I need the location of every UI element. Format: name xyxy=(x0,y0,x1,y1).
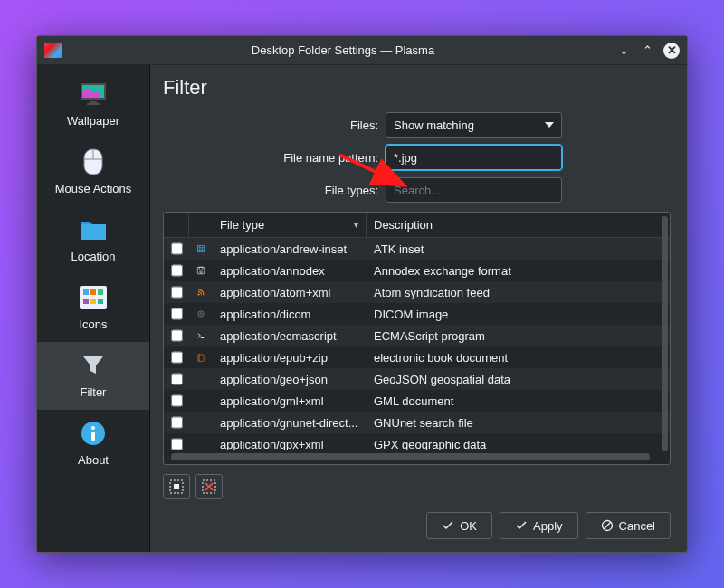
files-label: Files: xyxy=(350,119,378,132)
table-row[interactable]: application/gpx+xmlGPX geographic data xyxy=(164,433,670,450)
page-title: Filter xyxy=(163,76,671,100)
mime-type: application/atom+xml xyxy=(213,286,367,299)
chevron-down-icon: ▾ xyxy=(354,220,358,230)
svg-point-14 xyxy=(91,426,95,430)
minimize-button[interactable]: ⌄ xyxy=(616,43,631,58)
mime-icon xyxy=(189,242,213,256)
mime-type: application/geo+json xyxy=(213,373,367,386)
mime-icon xyxy=(189,263,213,278)
row-checkbox[interactable] xyxy=(171,394,183,407)
table-header: File type ▾ Description xyxy=(164,213,670,238)
svg-rect-6 xyxy=(80,286,107,309)
svg-rect-11 xyxy=(90,299,96,304)
svg-rect-7 xyxy=(83,289,89,295)
table-row[interactable]: application/ecmascriptECMAScript program xyxy=(164,325,670,346)
sidebar: Wallpaper Mouse Actions Location Icons xyxy=(37,65,150,552)
svg-point-26 xyxy=(200,313,203,316)
mime-type: application/gml+xml xyxy=(213,394,367,408)
mime-type: application/andrew-inset xyxy=(213,242,367,256)
ok-button[interactable]: OK xyxy=(426,512,492,539)
table-row[interactable]: application/epub+zipelectronic book docu… xyxy=(164,346,670,368)
table-row[interactable]: application/geo+jsonGeoJSON geospatial d… xyxy=(164,368,670,390)
mime-description: GML document xyxy=(367,394,670,408)
mime-type: application/epub+zip xyxy=(213,351,367,365)
svg-point-24 xyxy=(197,293,199,295)
table-row[interactable]: application/annodexAnnodex exchange form… xyxy=(164,260,670,281)
types-label: File types: xyxy=(325,184,378,197)
sidebar-item-label: About xyxy=(78,453,109,467)
row-checkbox[interactable] xyxy=(171,416,183,429)
cancel-icon xyxy=(601,519,614,532)
folder-icon xyxy=(79,215,108,244)
svg-point-23 xyxy=(200,271,203,274)
col-filetype[interactable]: File type ▾ xyxy=(213,213,367,237)
mime-description: ECMAScript program xyxy=(367,329,670,343)
horizontal-scrollbar[interactable] xyxy=(171,453,650,460)
filetypes-table: File type ▾ Description application/andr… xyxy=(163,212,671,465)
cancel-button[interactable]: Cancel xyxy=(586,512,671,539)
titlebar: Desktop Folder Settings — Plasma ⌄ ⌃ ✕ xyxy=(37,36,687,65)
select-none-icon xyxy=(202,479,216,494)
table-row[interactable]: application/dicomDICOM image xyxy=(164,303,670,325)
mime-description: Atom syndication feed xyxy=(367,286,670,299)
svg-rect-30 xyxy=(174,484,179,489)
svg-rect-8 xyxy=(90,289,96,295)
svg-rect-21 xyxy=(197,267,205,274)
mime-description: GNUnet search file xyxy=(367,416,670,430)
mime-description: GeoJSON geospatial data xyxy=(367,373,670,386)
select-all-button[interactable] xyxy=(163,474,190,499)
svg-rect-12 xyxy=(98,299,103,304)
row-checkbox[interactable] xyxy=(171,286,183,299)
sidebar-item-label: Wallpaper xyxy=(67,114,119,128)
sidebar-item-wallpaper[interactable]: Wallpaper xyxy=(37,71,149,138)
row-checkbox[interactable] xyxy=(171,351,183,364)
row-checkbox[interactable] xyxy=(171,438,183,450)
mime-icon xyxy=(189,285,213,299)
mime-description: electronic book document xyxy=(367,351,670,365)
row-checkbox[interactable] xyxy=(171,329,183,342)
mime-type: application/dicom xyxy=(213,308,367,321)
funnel-icon xyxy=(79,351,108,380)
mime-type: application/gnunet-direct... xyxy=(213,416,367,430)
types-search-input[interactable] xyxy=(386,177,562,203)
row-checkbox[interactable] xyxy=(171,242,183,255)
table-row[interactable]: application/gnunet-direct...GNUnet searc… xyxy=(164,412,670,433)
apply-button[interactable]: Apply xyxy=(500,512,578,539)
maximize-button[interactable]: ⌃ xyxy=(640,43,654,58)
mime-type: application/annodex xyxy=(213,264,367,278)
table-row[interactable]: application/atom+xmlAtom syndication fee… xyxy=(164,281,670,303)
mime-icon xyxy=(189,350,213,365)
sidebar-item-mouse-actions[interactable]: Mouse Actions xyxy=(37,138,149,206)
select-none-button[interactable] xyxy=(195,474,223,499)
row-checkbox[interactable] xyxy=(171,264,183,277)
table-row[interactable]: application/gml+xmlGML document xyxy=(164,390,670,412)
col-description[interactable]: Description xyxy=(367,213,670,237)
files-select[interactable]: Show matching xyxy=(386,112,562,138)
vertical-scrollbar[interactable] xyxy=(662,216,668,451)
mouse-icon xyxy=(79,147,108,176)
check-icon xyxy=(442,519,454,532)
mime-description: GPX geographic data xyxy=(367,438,670,450)
mime-icon xyxy=(189,307,213,321)
pattern-input[interactable] xyxy=(386,145,562,170)
sidebar-item-about[interactable]: About xyxy=(37,410,149,478)
sidebar-item-filter[interactable]: Filter xyxy=(37,342,149,410)
info-icon xyxy=(79,419,108,448)
sidebar-item-icons[interactable]: Icons xyxy=(37,274,149,342)
row-checkbox[interactable] xyxy=(171,373,183,385)
svg-rect-10 xyxy=(83,299,89,304)
svg-rect-15 xyxy=(91,432,95,441)
row-checkbox[interactable] xyxy=(171,308,183,320)
mime-type: application/gpx+xml xyxy=(213,438,367,450)
sidebar-item-label: Icons xyxy=(79,318,107,331)
svg-rect-2 xyxy=(90,101,97,103)
svg-rect-22 xyxy=(199,267,203,270)
monitor-icon xyxy=(79,80,108,109)
svg-point-25 xyxy=(198,311,204,317)
close-button[interactable]: ✕ xyxy=(663,43,680,59)
app-icon xyxy=(44,43,62,58)
sidebar-item-location[interactable]: Location xyxy=(37,206,149,274)
mime-description: DICOM image xyxy=(367,308,670,321)
table-row[interactable]: application/andrew-insetATK inset xyxy=(164,238,670,260)
mime-icon xyxy=(189,328,213,343)
